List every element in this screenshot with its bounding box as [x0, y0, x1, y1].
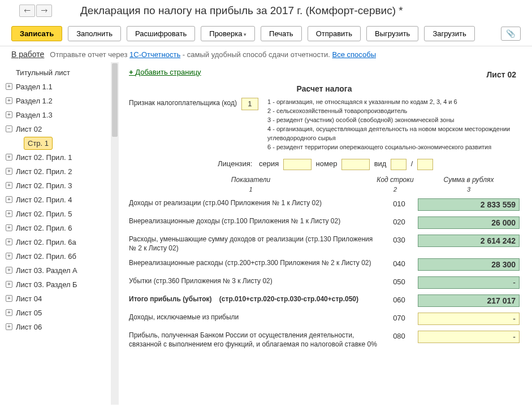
sidebar-item-0[interactable]: Титульный лист: [0, 66, 118, 80]
sidebar-item-label: Лист 02. Прил. 6: [16, 224, 72, 232]
print-button[interactable]: Печать: [261, 26, 302, 41]
nav-forward-button[interactable]: 🡒: [36, 5, 52, 17]
link-all-methods[interactable]: Все способы: [332, 50, 376, 59]
license-number-input[interactable]: [341, 159, 370, 170]
attach-button[interactable]: 📎: [501, 27, 521, 41]
sidebar-item-label: Раздел 1.1: [16, 83, 53, 91]
sidebar-item-label: Лист 02. Прил. 5: [16, 210, 72, 218]
sidebar-item-label: Лист 02. Прил. 6а: [16, 238, 76, 246]
expand-icon[interactable]: [6, 295, 12, 302]
data-row-070: Доходы, исключаемые из прибыли070: [129, 313, 520, 325]
sidebar-item-10[interactable]: Лист 02. Прил. 5: [0, 207, 118, 221]
data-row-040: Внереализационные расходы (стр.200+стр.3…: [129, 258, 520, 271]
license-type-input[interactable]: [391, 159, 406, 170]
export-button[interactable]: Выгрузить: [366, 26, 418, 41]
sidebar-item-18[interactable]: Лист 06: [0, 320, 118, 334]
sidebar-item-11[interactable]: Лист 02. Прил. 6: [0, 221, 118, 235]
expand-icon[interactable]: [6, 111, 12, 118]
sidebar-item-label: Титульный лист: [16, 68, 70, 77]
row-value-input[interactable]: 217 017: [418, 294, 520, 307]
import-button[interactable]: Загрузить: [424, 26, 474, 41]
taxpayer-code-input[interactable]: 1: [241, 98, 258, 110]
sidebar-item-label: Лист 03. Раздел Б: [16, 280, 77, 289]
row-code: 030: [385, 235, 413, 244]
row-label: Внереализационные расходы (стр.200+стр.3…: [129, 258, 380, 267]
expand-icon[interactable]: [6, 323, 12, 330]
expand-icon[interactable]: [6, 182, 12, 189]
expand-icon[interactable]: [6, 83, 12, 90]
sidebar-item-14[interactable]: Лист 03. Раздел А: [0, 263, 118, 278]
row-code: 060: [385, 294, 413, 304]
row-value-input[interactable]: 26 000: [418, 216, 520, 229]
send-button[interactable]: Отправить: [308, 26, 361, 41]
expand-icon[interactable]: [6, 196, 12, 203]
sidebar-item-8[interactable]: Лист 02. Прил. 3: [0, 179, 118, 193]
row-label: Расходы, уменьшающие сумму доходов от ре…: [129, 235, 380, 253]
sidebar-scrollbar[interactable]: [111, 62, 119, 405]
expand-icon[interactable]: [6, 253, 12, 259]
link-1c[interactable]: 1С-Отчетность: [129, 50, 180, 59]
col-header-indicators: Показатели: [129, 176, 373, 184]
license-series-input[interactable]: [283, 159, 312, 170]
sidebar-item-16[interactable]: Лист 04: [0, 292, 118, 306]
sidebar-item-label: Стр. 1: [28, 139, 49, 148]
row-value-input[interactable]: 2 833 559: [418, 198, 520, 211]
expand-icon[interactable]: [6, 281, 12, 288]
content-area: Добавить страницу Лист 02 Расчет налога …: [119, 62, 532, 405]
row-value-input[interactable]: 2 614 242: [418, 235, 520, 247]
sidebar-item-label: Раздел 1.2: [16, 97, 53, 105]
sidebar-item-9[interactable]: Лист 02. Прил. 4: [0, 193, 118, 207]
sidebar-item-label: Лист 03. Раздел А: [16, 266, 77, 275]
sidebar-item-4[interactable]: Лист 02: [0, 122, 118, 136]
row-value-input[interactable]: [418, 276, 520, 289]
sidebar-item-13[interactable]: Лист 02. Прил. 6б: [0, 249, 118, 263]
nav-back-button[interactable]: 🡐: [19, 5, 35, 17]
row-value-input[interactable]: [418, 331, 520, 343]
page-title: Декларация по налогу на прибыль за 2017 …: [80, 5, 403, 17]
paperclip-icon: 📎: [506, 29, 516, 38]
collapse-icon[interactable]: [6, 125, 12, 132]
sidebar-item-7[interactable]: Лист 02. Прил. 2: [0, 164, 118, 179]
sidebar-item-2[interactable]: Раздел 1.2: [0, 94, 118, 108]
expand-icon[interactable]: [6, 224, 12, 231]
check-button[interactable]: Проверка: [201, 26, 255, 41]
expand-icon[interactable]: [6, 309, 12, 316]
license-sub-input[interactable]: [417, 159, 433, 170]
fill-button[interactable]: Заполнить: [68, 26, 121, 41]
row-value-input[interactable]: [418, 313, 520, 325]
status-inwork-link[interactable]: В работе: [11, 50, 44, 59]
row-value-input[interactable]: 28 300: [418, 258, 520, 271]
expand-icon[interactable]: [6, 267, 12, 274]
license-row: Лицензия: серия номер вид /: [129, 159, 520, 170]
row-code: 080: [385, 331, 413, 340]
decrypt-button[interactable]: Расшифровать: [127, 26, 195, 41]
taxpayer-label: Признак налогоплательщика (код): [129, 98, 237, 107]
sidebar-item-1[interactable]: Раздел 1.1: [0, 80, 118, 94]
row-code: 050: [385, 276, 413, 286]
col-header-code: Код строки: [373, 176, 418, 184]
expand-icon[interactable]: [6, 97, 12, 104]
data-row-020: Внереализационные доходы (стр.100 Прилож…: [129, 216, 520, 229]
sidebar-item-label: Лист 02. Прил. 4: [16, 196, 72, 204]
sidebar-item-3[interactable]: Раздел 1.3: [0, 108, 118, 122]
data-row-080: Прибыль, полученная Банком России от осу…: [129, 331, 520, 349]
row-code: 070: [385, 313, 413, 322]
sidebar-item-5[interactable]: Стр. 1: [24, 137, 53, 150]
expand-icon[interactable]: [6, 210, 12, 217]
sidebar-item-15[interactable]: Лист 03. Раздел Б: [0, 278, 118, 292]
write-button[interactable]: Записать: [11, 26, 62, 41]
expand-icon[interactable]: [6, 239, 12, 245]
row-label: Убытки (стр.360 Приложения № 3 к Листу 0…: [129, 276, 380, 285]
data-row-030: Расходы, уменьшающие сумму доходов от ре…: [129, 235, 520, 253]
sidebar-item-6[interactable]: Лист 02. Прил. 1: [0, 150, 118, 164]
sidebar-item-label: Лист 02. Прил. 6б: [16, 252, 76, 261]
sidebar-item-label: Лист 02. Прил. 3: [16, 181, 72, 190]
expand-icon[interactable]: [6, 168, 12, 175]
expand-icon[interactable]: [6, 154, 12, 161]
data-row-050: Убытки (стр.360 Приложения № 3 к Листу 0…: [129, 276, 520, 289]
sidebar-item-12[interactable]: Лист 02. Прил. 6а: [0, 235, 118, 249]
sidebar-tree: Титульный листРаздел 1.1Раздел 1.2Раздел…: [0, 62, 119, 337]
add-page-link[interactable]: Добавить страницу: [129, 68, 201, 76]
sidebar-item-17[interactable]: Лист 05: [0, 306, 118, 320]
row-label: Доходы от реализации (стр.040 Приложения…: [129, 198, 380, 207]
